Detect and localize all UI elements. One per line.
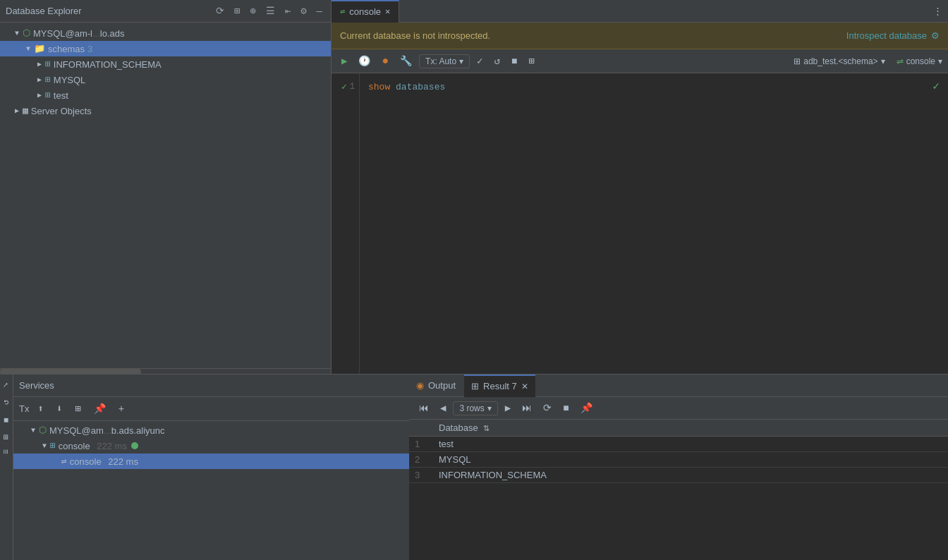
console-icon: ⇌ — [897, 56, 904, 66]
keyword-show: show — [368, 82, 390, 92]
bottom-section: ✓ ↺ ■ ⊞ ≡ Services Tx ⬆ ⬇ ⊞ 📌 + — [0, 374, 948, 560]
settings-icon[interactable]: ⚙ — [298, 4, 309, 18]
console-selector-label: console — [906, 56, 935, 66]
tree-root-item[interactable]: ▼ ⬡ MYSQL@am-l...lo.ads — [0, 25, 331, 41]
code-content[interactable]: show databases — [360, 73, 948, 374]
add-datasource-icon[interactable]: ⊕ — [247, 4, 258, 18]
stop-button[interactable]: ■ — [507, 54, 521, 68]
rollback-button[interactable]: ↺ — [490, 54, 504, 68]
rollback-side-icon[interactable]: ↺ — [0, 397, 13, 408]
server-objects-item[interactable]: ▶ ▦ Server Objects — [0, 103, 331, 118]
group-icon[interactable]: ⊞ — [71, 401, 85, 416]
service-console-child-label: console 222 ms — [70, 456, 138, 467]
tx-side-label: Tx — [19, 403, 29, 414]
database-col-header[interactable]: Database ⇅ — [430, 420, 948, 437]
align-bottom-icon[interactable]: ⬇ — [52, 401, 66, 416]
stop-result-btn[interactable]: ■ — [559, 401, 573, 415]
output-tab[interactable]: ◉ Output — [409, 375, 463, 397]
services-panel: Services Tx ⬆ ⬇ ⊞ 📌 + ▼ ⬡ MYSQL@am...b.a… — [13, 375, 423, 560]
pin-side-icon[interactable]: 📌 — [90, 401, 110, 416]
row-1-num: 1 — [409, 437, 430, 452]
tab-bar: ⇌ console ✕ ⋮ — [332, 0, 948, 23]
result-toolbar: ⏮ ◀ 3 rows ▾ ▶ ⏭ ⟳ ■ 📌 — [409, 397, 948, 420]
services-header: Services — [13, 375, 422, 397]
introspect-label: Introspect database — [846, 30, 927, 41]
console-selector[interactable]: ⇌ console ▾ — [897, 56, 942, 66]
schemas-label: schemas — [48, 44, 85, 54]
result-tab[interactable]: ⊞ Result 7 ✕ — [464, 375, 535, 397]
info-schema-label: INFORMATION_SCHEMA — [54, 59, 162, 70]
console-chevron-icon: ▾ — [938, 56, 942, 66]
tab-menu-button[interactable]: ⋮ — [928, 6, 948, 17]
table-row[interactable]: 2 MYSQL — [409, 452, 948, 468]
info-schema-item[interactable]: ▶ ⊞ INFORMATION_SCHEMA — [0, 56, 331, 72]
list-side-icon[interactable]: ≡ — [0, 446, 13, 457]
editor-panel: ⇌ console ✕ ⋮ Current database is not in… — [332, 0, 948, 374]
last-row-btn[interactable]: ⏭ — [518, 401, 536, 415]
stop-side-icon[interactable]: ■ — [0, 412, 13, 427]
tree-arrow-mysql[interactable]: ▶ — [34, 75, 45, 84]
refresh-icon[interactable]: ⟳ — [213, 4, 227, 18]
row-3-num: 3 — [409, 468, 430, 483]
next-row-btn[interactable]: ▶ — [501, 401, 515, 415]
warning-banner: Current database is not introspected. In… — [332, 23, 948, 49]
commit-side-icon[interactable]: ✓ — [0, 377, 13, 393]
services-toolbar: Tx ⬆ ⬇ ⊞ 📌 + — [13, 397, 422, 421]
panel-title: Database Explorer — [6, 6, 209, 16]
rows-chevron-icon: ▾ — [487, 403, 492, 413]
service-db-icon: ⬡ — [39, 425, 47, 436]
table-row[interactable]: 1 test — [409, 437, 948, 452]
table-row[interactable]: 3 INFORMATION_SCHEMA — [409, 468, 948, 483]
add-service-icon[interactable]: + — [114, 402, 128, 416]
minimize-icon[interactable]: — — [314, 4, 325, 18]
run-button[interactable]: ▶ — [337, 54, 351, 68]
tree-arrow-root[interactable]: ▼ — [11, 30, 23, 37]
collapse-all-icon[interactable]: ⇤ — [282, 4, 293, 18]
test-item[interactable]: ▶ ⊞ test — [0, 87, 331, 103]
code-editor[interactable]: show databases ✓ — [360, 73, 948, 374]
status-dot — [131, 442, 138, 449]
pin-result-btn[interactable]: 📌 — [576, 401, 597, 415]
grid-icon[interactable]: ⊞ — [231, 4, 243, 18]
history-button[interactable]: 🕐 — [354, 54, 375, 68]
tree-arrow-info[interactable]: ▶ — [34, 60, 45, 68]
commit-button[interactable]: ✓ — [473, 54, 487, 68]
sort-icon[interactable]: ⇅ — [483, 424, 490, 432]
services-title: Services — [19, 380, 54, 391]
pin-button[interactable]: ● — [377, 54, 393, 69]
rows-dropdown[interactable]: 3 rows ▾ — [453, 401, 497, 415]
introspect-settings-icon: ⚙ — [931, 30, 940, 41]
filter-icon[interactable]: ☰ — [263, 4, 278, 18]
grid-side-icon[interactable]: ⊞ — [0, 432, 13, 442]
schema-icon: ⊞ — [45, 59, 51, 70]
schema-selector[interactable]: ⊞ adb_test.<schema> ▾ — [794, 56, 885, 66]
tree-arrow-server[interactable]: ▶ — [11, 106, 23, 115]
service-root-item[interactable]: ▼ ⬡ MYSQL@am...b.ads.aliyunc — [13, 422, 422, 438]
service-console-child[interactable]: ⇌ console 222 ms — [13, 454, 422, 469]
rows-label: 3 rows — [459, 403, 484, 413]
schema-grid-icon: ⊞ — [794, 56, 801, 66]
schemas-item[interactable]: ▼ 📁 schemas 3 — [0, 41, 331, 56]
keyword-databases: databases — [396, 82, 445, 92]
wrench-button[interactable]: 🔧 — [396, 54, 416, 68]
prev-row-btn[interactable]: ◀ — [436, 401, 450, 415]
console-tab-close[interactable]: ✕ — [385, 6, 390, 17]
console-tab[interactable]: ⇌ console ✕ — [332, 0, 399, 23]
result-tab-close[interactable]: ✕ — [521, 382, 528, 391]
introspect-link[interactable]: Introspect database ⚙ — [846, 30, 940, 41]
service-root-arrow[interactable]: ▼ — [28, 427, 39, 434]
horizontal-scrollbar[interactable] — [0, 368, 331, 374]
mysql-item[interactable]: ▶ ⊞ MYSQL — [0, 72, 331, 87]
console-tab-icon: ⇌ — [340, 6, 345, 17]
tree-arrow-schemas[interactable]: ▼ — [23, 45, 34, 53]
reload-btn[interactable]: ⟳ — [539, 401, 556, 415]
tree-arrow-test[interactable]: ▶ — [34, 91, 45, 99]
service-console-parent[interactable]: ▼ ⊞ console 222 ms — [13, 438, 422, 454]
service-console-arrow[interactable]: ▼ — [39, 442, 50, 450]
line-1-num: 1 — [350, 82, 355, 92]
tx-dropdown[interactable]: Tx: Auto ▾ — [419, 54, 470, 68]
database-icon: ⬡ — [23, 28, 30, 39]
table-view-button[interactable]: ⊞ — [524, 54, 538, 68]
align-top-icon[interactable]: ⬆ — [33, 401, 47, 416]
first-row-btn[interactable]: ⏮ — [415, 401, 433, 415]
